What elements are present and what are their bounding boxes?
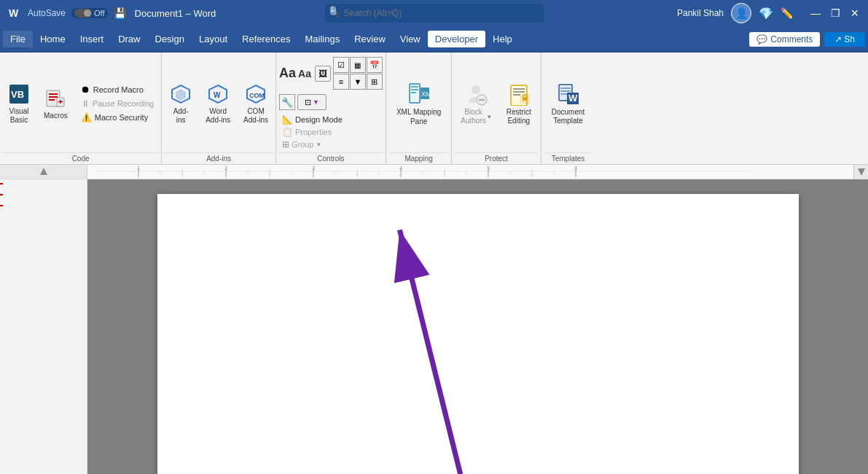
- block-authors-dropdown[interactable]: ▾: [488, 113, 491, 120]
- search-wrapper: 🔍: [325, 4, 544, 23]
- group-button[interactable]: ⊞ Group ▾: [279, 139, 383, 150]
- title-bar: W AutoSave Off 💾 Document1 – Word 🔍 Pank…: [0, 0, 868, 26]
- controls-legacy-icon[interactable]: 🔧: [279, 94, 295, 110]
- content-ctrl-icon[interactable]: ⊞: [367, 74, 383, 90]
- svg-text:5: 5: [487, 165, 490, 171]
- svg-text:4: 4: [399, 165, 403, 171]
- group-icon: ⊞: [282, 139, 289, 149]
- share-icon: ↗: [834, 34, 842, 44]
- menu-references[interactable]: References: [235, 31, 297, 47]
- restore-button[interactable]: ❐: [828, 7, 843, 19]
- block-authors-icon: [464, 82, 488, 106]
- combo-box-icon[interactable]: ▦: [350, 57, 366, 73]
- visual-basic-icon: VB: [7, 82, 31, 106]
- protect-group-label: Protect: [455, 152, 537, 164]
- block-authors-button[interactable]: BlockAuthors ▾: [455, 79, 496, 128]
- svg-rect-19: [411, 89, 418, 90]
- minimize-button[interactable]: —: [808, 7, 824, 19]
- word-logo: W: [6, 5, 22, 21]
- word-addins-icon: W: [206, 82, 230, 106]
- menu-layout[interactable]: Layout: [192, 31, 235, 47]
- search-input[interactable]: [325, 4, 544, 23]
- aa-small-icon[interactable]: Aa: [298, 68, 311, 79]
- com-addins-button[interactable]: COM COMAdd-ins: [238, 55, 274, 151]
- title-bar-left: W AutoSave Off 💾 Document1 – Word: [6, 5, 292, 21]
- code-group-label: Code: [1, 152, 160, 164]
- menu-home[interactable]: Home: [33, 31, 73, 47]
- document-area: [0, 179, 868, 474]
- controls-group-dropdown[interactable]: ⊡ ▼: [297, 94, 327, 110]
- document-template-button[interactable]: W DocumentTemplate: [544, 79, 593, 128]
- share-button[interactable]: ↗ Sh: [824, 32, 865, 47]
- svg-rect-7: [49, 99, 55, 101]
- close-button[interactable]: ✕: [848, 7, 862, 19]
- menu-bar: File Home Insert Draw Design Layout Refe…: [0, 26, 868, 53]
- svg-text:3: 3: [312, 165, 316, 171]
- svg-rect-28: [513, 91, 525, 93]
- toggle-off-label: Off: [94, 9, 104, 18]
- group-dropdown-arrow[interactable]: ▾: [317, 141, 321, 148]
- left-sidebar: [0, 179, 87, 474]
- ribbon-group-addins: Add-ins W WordAdd-ins COM: [162, 53, 276, 164]
- pause-recording-button[interactable]: ⏸ Pause Recording: [78, 97, 157, 110]
- save-icon[interactable]: 💾: [114, 7, 126, 19]
- autosave-toggle[interactable]: Off: [71, 8, 107, 18]
- avatar[interactable]: 👤: [731, 3, 751, 23]
- macro-security-button[interactable]: ⚠️ Macro Security: [78, 111, 157, 124]
- search-area: 🔍: [292, 4, 577, 23]
- word-addins-button[interactable]: W WordAdd-ins: [200, 55, 236, 151]
- svg-rect-29: [513, 94, 520, 96]
- record-macro-icon: ⏺: [81, 84, 90, 95]
- design-mode-button[interactable]: 📐 Design Mode: [279, 114, 383, 125]
- menu-developer[interactable]: Developer: [428, 31, 485, 47]
- macros-icon: [44, 87, 67, 110]
- list-box-icon[interactable]: ≡: [333, 74, 349, 90]
- svg-text:COM: COM: [249, 92, 265, 99]
- pause-recording-icon: ⏸: [81, 98, 90, 109]
- menu-draw[interactable]: Draw: [111, 31, 147, 47]
- macros-button[interactable]: Macros: [38, 55, 74, 151]
- svg-text:VB: VB: [11, 89, 24, 100]
- title-bar-right: Pankil Shah 👤 💎 ✏️ — ❐ ✕: [576, 3, 862, 23]
- visual-basic-button[interactable]: VB VisualBasic: [1, 55, 36, 151]
- autosave-label: AutoSave: [28, 8, 66, 18]
- properties-button[interactable]: 📋 Properties: [279, 126, 383, 138]
- pen-icon[interactable]: ✏️: [781, 7, 793, 19]
- menu-help[interactable]: Help: [485, 31, 520, 47]
- ribbon-group-mapping: XML XML MappingPane Mapping: [386, 53, 452, 164]
- comments-button[interactable]: 💬 Comments: [749, 32, 820, 47]
- date-picker-icon[interactable]: 📅: [367, 57, 383, 73]
- svg-rect-20: [411, 92, 416, 93]
- menu-view[interactable]: View: [393, 31, 428, 47]
- xml-mapping-button[interactable]: XML XML MappingPane: [389, 78, 448, 129]
- record-macro-button[interactable]: ⏺ Record Macro: [78, 82, 157, 96]
- restrict-editing-button[interactable]: RestrictEditing: [500, 79, 538, 128]
- menu-review[interactable]: Review: [347, 31, 393, 47]
- document-page-area: [87, 179, 868, 474]
- svg-text:XML: XML: [421, 90, 431, 98]
- picture-icon[interactable]: 🖼: [315, 66, 331, 82]
- menu-insert[interactable]: Insert: [73, 31, 112, 47]
- svg-rect-31: [523, 97, 527, 101]
- checkbox-icon[interactable]: ☑: [333, 57, 349, 73]
- aa-large-icon[interactable]: Aa: [279, 66, 296, 81]
- svg-rect-5: [49, 93, 58, 95]
- menu-file[interactable]: File: [3, 31, 33, 47]
- com-addins-icon: COM: [244, 82, 267, 106]
- macro-security-icon: ⚠️: [81, 112, 92, 123]
- document-page[interactable]: [157, 194, 799, 474]
- menu-design[interactable]: Design: [148, 31, 192, 47]
- diamond-icon[interactable]: 💎: [759, 7, 773, 20]
- menu-mailings[interactable]: Mailings: [298, 31, 348, 47]
- dropdown-icon-ctrl[interactable]: ▼: [350, 74, 366, 90]
- mapping-group-label: Mapping: [389, 152, 448, 164]
- svg-rect-18: [411, 86, 418, 88]
- search-icon: 🔍: [329, 9, 340, 18]
- svg-text:6: 6: [574, 165, 578, 171]
- svg-rect-6: [49, 96, 58, 98]
- addins-button[interactable]: Add-ins: [163, 55, 198, 151]
- svg-text:W: W: [568, 93, 578, 104]
- controls-group-label: Controls: [278, 152, 384, 164]
- comments-icon: 💬: [756, 34, 767, 44]
- ribbon-group-protect: BlockAuthors ▾ Restri: [452, 53, 541, 164]
